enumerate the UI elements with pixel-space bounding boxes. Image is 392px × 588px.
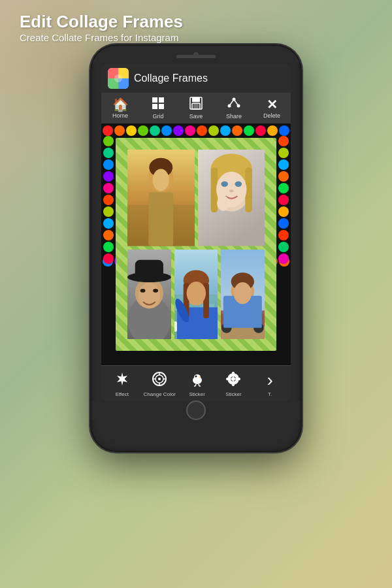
- svg-point-19: [103, 125, 113, 136]
- change-color-label: Change Color: [144, 391, 176, 397]
- svg-point-87: [229, 189, 233, 192]
- svg-point-71: [278, 242, 289, 252]
- svg-point-119: [234, 282, 252, 304]
- photo-grid-wrapper: [127, 150, 265, 339]
- delete-label: Delete: [263, 112, 280, 119]
- toolbar-share[interactable]: Share: [220, 97, 248, 120]
- bottom-effect[interactable]: Effect: [107, 371, 137, 397]
- svg-point-32: [255, 125, 266, 136]
- bottom-sticker2[interactable]: Sticker: [218, 371, 248, 397]
- bottom-toolbar: Effect Change Color: [101, 365, 291, 401]
- svg-point-34: [279, 125, 289, 136]
- photo-cell-1[interactable]: [127, 150, 195, 246]
- svg-point-53: [103, 159, 114, 170]
- svg-point-56: [103, 195, 114, 205]
- svg-point-88: [217, 196, 229, 211]
- svg-point-95: [140, 288, 146, 292]
- svg-point-96: [153, 288, 158, 292]
- bottom-more[interactable]: › T.: [255, 371, 285, 397]
- svg-rect-109: [174, 321, 177, 332]
- svg-point-29: [220, 125, 231, 136]
- photo-cell-5[interactable]: [221, 250, 265, 340]
- svg-rect-10: [192, 97, 200, 102]
- svg-point-33: [267, 125, 278, 136]
- svg-point-68: [278, 206, 289, 217]
- toolbar-save[interactable]: Save: [182, 97, 210, 120]
- toolbar-home[interactable]: 🏠 Home: [106, 98, 135, 119]
- svg-point-30: [232, 125, 242, 136]
- svg-point-21: [126, 125, 137, 136]
- svg-point-24: [161, 125, 172, 136]
- save-label: Save: [189, 113, 203, 120]
- more-label: T.: [268, 391, 272, 397]
- save-icon: [189, 97, 203, 112]
- svg-point-60: [103, 242, 114, 252]
- toolbar-delete[interactable]: ✕ Delete: [257, 98, 286, 119]
- svg-point-67: [278, 195, 289, 205]
- home-label: Home: [112, 112, 128, 119]
- svg-point-62: [278, 136, 289, 146]
- svg-rect-6: [159, 97, 164, 103]
- svg-line-131: [199, 384, 199, 386]
- effect-icon: [114, 371, 130, 389]
- svg-point-25: [173, 125, 184, 136]
- home-button[interactable]: [186, 400, 206, 420]
- svg-point-58: [103, 218, 114, 229]
- sticker1-icon: [189, 371, 205, 389]
- photo-cell-4[interactable]: [174, 250, 218, 340]
- app-icon: [108, 68, 129, 89]
- svg-point-86: [235, 181, 242, 186]
- svg-point-69: [278, 218, 289, 229]
- delete-icon: ✕: [267, 98, 278, 111]
- svg-point-27: [197, 125, 207, 136]
- share-icon: [227, 97, 240, 112]
- bottom-change-color[interactable]: Change Color: [144, 371, 176, 397]
- app-title: Collage Frames: [134, 73, 208, 84]
- svg-point-64: [278, 159, 289, 170]
- svg-rect-77: [148, 192, 173, 246]
- more-icon: ›: [267, 371, 272, 389]
- svg-rect-8: [159, 104, 164, 109]
- svg-point-107: [186, 282, 205, 304]
- toolbar-grid[interactable]: Grid: [144, 97, 172, 120]
- share-label: Share: [226, 113, 242, 120]
- svg-point-4: [114, 74, 122, 82]
- svg-point-85: [221, 181, 228, 186]
- effect-label: Effect: [116, 391, 129, 397]
- grid-label: Grid: [152, 113, 163, 120]
- sticker2-icon: [225, 371, 241, 389]
- svg-rect-7: [152, 104, 157, 109]
- svg-point-59: [103, 230, 114, 240]
- sticker2-label: Sticker: [225, 391, 241, 397]
- svg-point-20: [114, 125, 125, 136]
- phone-speaker: [176, 55, 216, 58]
- svg-point-28: [208, 125, 219, 136]
- sticker1-label: Sticker: [189, 391, 204, 397]
- svg-point-122: [158, 378, 161, 380]
- photo-cell-3[interactable]: [127, 250, 171, 340]
- phone-screen: Collage Frames 🏠 Home Grid: [101, 64, 291, 401]
- change-color-icon: [152, 371, 167, 389]
- svg-point-26: [185, 125, 195, 136]
- svg-point-57: [103, 206, 114, 217]
- svg-point-65: [278, 171, 289, 182]
- svg-point-78: [153, 169, 169, 191]
- phone-top-bar: [91, 46, 301, 64]
- svg-point-63: [278, 148, 289, 158]
- photo-cell-2[interactable]: [198, 150, 265, 246]
- svg-rect-5: [152, 97, 157, 103]
- svg-point-134: [231, 377, 235, 381]
- bottom-sticker1[interactable]: Sticker: [182, 371, 212, 397]
- page-header: Edit Collage Frames Create Collate Frame…: [20, 12, 183, 43]
- svg-point-54: [103, 171, 114, 182]
- main-toolbar: 🏠 Home Grid: [101, 93, 291, 123]
- svg-point-70: [278, 230, 289, 240]
- svg-point-52: [103, 148, 114, 158]
- svg-line-17: [234, 99, 238, 106]
- svg-point-23: [150, 125, 160, 136]
- svg-point-51: [103, 136, 114, 146]
- svg-point-22: [138, 125, 148, 136]
- svg-point-61: [103, 253, 114, 264]
- svg-point-31: [244, 125, 254, 136]
- app-header-bar: Collage Frames: [101, 64, 291, 93]
